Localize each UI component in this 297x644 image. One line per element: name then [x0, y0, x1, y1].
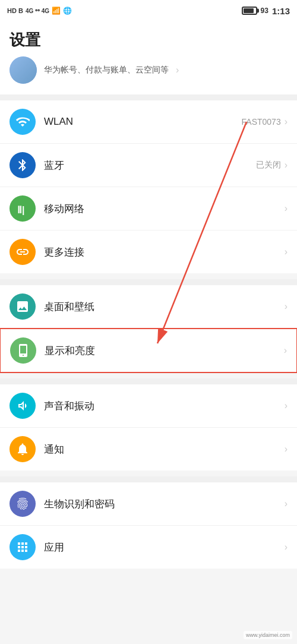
more-connections-icon-circle [10, 239, 36, 265]
signal-icon: Ⅱ| [15, 201, 30, 216]
home-wallpaper-label: 桌面和壁纸 [44, 300, 281, 314]
biometrics-icon-circle [10, 491, 36, 517]
wlan-label: WLAN [44, 116, 242, 128]
account-row[interactable]: 华为帐号、付款与账单、云空间等 › [10, 56, 287, 89]
sound-vibration-item[interactable]: 声音和振动 › [0, 384, 297, 428]
wlan-icon-circle [10, 109, 36, 135]
wifi-icon [15, 115, 30, 129]
account-description: 华为帐号、付款与账单、云空间等 [44, 65, 169, 75]
account-chevron-icon: › [176, 65, 179, 75]
time-display: 1:13 [272, 6, 290, 16]
bluetooth-icon [15, 158, 30, 172]
home-wallpaper-item[interactable]: 桌面和壁纸 › [0, 285, 297, 329]
biometrics-chevron-icon: › [285, 498, 287, 509]
mobile-icon-circle: Ⅱ| [10, 195, 36, 222]
status-bar: HD B 4G ᵒᵒ 4G 📶 🌐 93 1:13 [0, 0, 297, 21]
display-brightness-chevron-icon: › [284, 345, 287, 356]
mobile-network-label: 移动网络 [44, 202, 281, 216]
sound-vibration-label: 声音和振动 [44, 399, 281, 413]
apps-chevron-icon: › [285, 542, 287, 553]
home-wallpaper-chevron-icon: › [285, 301, 287, 312]
status-left: HD B 4G ᵒᵒ 4G 📶 🌐 [7, 7, 72, 15]
sound-vibration-chevron-icon: › [285, 400, 287, 411]
bluetooth-icon-circle [10, 152, 36, 178]
bluetooth-label: 蓝牙 [44, 159, 256, 172]
link-icon [15, 245, 30, 259]
wallpaper-icon-circle [10, 293, 36, 320]
wlan-item[interactable]: WLAN FAST0073 › [0, 100, 297, 144]
bluetooth-item[interactable]: 蓝牙 已关闭 › [0, 144, 297, 187]
bell-icon [15, 442, 30, 456]
sound-icon [15, 399, 30, 413]
mobile-network-item[interactable]: Ⅱ| 移动网络 › [0, 187, 297, 231]
avatar [10, 56, 37, 84]
apps-icon-circle [10, 534, 36, 560]
notifications-icon-circle [10, 436, 36, 462]
svg-text:Ⅱ|: Ⅱ| [17, 205, 24, 215]
wifi-status-icon: 🌐 [63, 7, 72, 15]
display-icon-circle [10, 337, 36, 364]
section-divider-1 [0, 94, 297, 100]
security-section: 生物识别和密码 › 应用 › [0, 482, 297, 569]
bluetooth-chevron-icon: › [285, 160, 287, 171]
biometrics-label: 生物识别和密码 [44, 497, 281, 511]
more-connections-label: 更多连接 [44, 245, 281, 259]
display-icon [16, 343, 30, 358]
connectivity-section: WLAN FAST0073 › 蓝牙 已关闭 › Ⅱ| 移动网络 › 更多连接 … [0, 100, 297, 273]
display-brightness-item[interactable]: 显示和亮度 › [0, 328, 297, 373]
wlan-value: FAST0073 [242, 117, 281, 127]
display-section: 桌面和壁纸 › 显示和亮度 › [0, 285, 297, 373]
page-title: 设置 [10, 30, 287, 50]
notifications-chevron-icon: › [285, 444, 287, 454]
sound-section: 声音和振动 › 通知 › [0, 384, 297, 471]
status-right: 93 1:13 [242, 6, 290, 16]
bluetooth-value: 已关闭 [256, 160, 281, 171]
image-icon [15, 299, 30, 314]
watermark: www.yidaimei.com [244, 631, 292, 639]
battery-percent: 93 [261, 7, 268, 15]
notifications-item[interactable]: 通知 › [0, 428, 297, 471]
carrier-label: HD B [7, 7, 23, 14]
wlan-chevron-icon: › [285, 116, 287, 127]
fingerprint-icon [15, 497, 30, 511]
battery-fill [244, 8, 254, 13]
network-label: 4G ᵒᵒ 4G [26, 8, 49, 14]
apps-icon [15, 540, 30, 554]
biometrics-item[interactable]: 生物识别和密码 › [0, 482, 297, 526]
sound-icon-circle [10, 393, 36, 419]
display-brightness-label: 显示和亮度 [45, 344, 280, 358]
mobile-chevron-icon: › [285, 203, 287, 214]
more-connections-chevron-icon: › [285, 247, 287, 257]
section-divider-3 [0, 378, 297, 384]
section-divider-4 [0, 476, 297, 482]
section-divider-2 [0, 279, 297, 285]
avatar-image [10, 56, 37, 84]
apps-item[interactable]: 应用 › [0, 526, 297, 569]
settings-header: 设置 华为帐号、付款与账单、云空间等 › [0, 21, 297, 94]
signal-icon: 📶 [52, 7, 61, 15]
apps-label: 应用 [44, 541, 281, 554]
more-connections-item[interactable]: 更多连接 › [0, 231, 297, 273]
notifications-label: 通知 [44, 443, 281, 456]
battery-icon [242, 7, 257, 15]
